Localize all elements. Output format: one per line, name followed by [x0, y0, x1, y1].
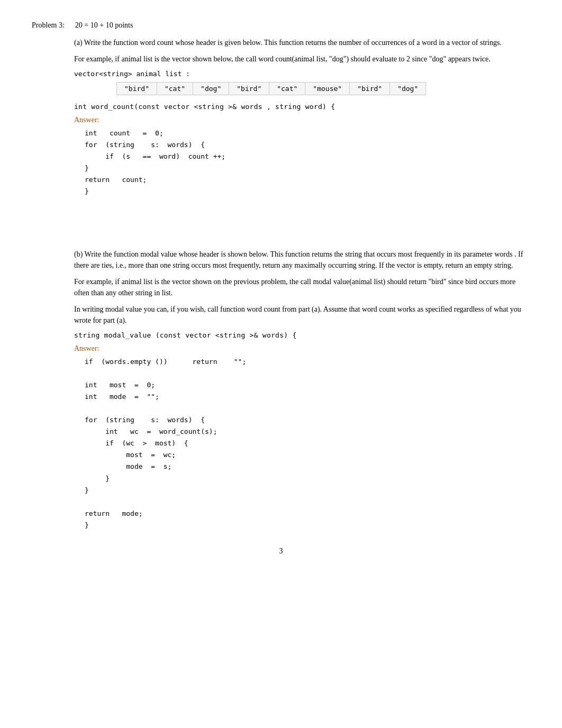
- code-line-b8: }: [85, 473, 530, 485]
- code-line-a1: for (string s: words) {: [85, 139, 530, 151]
- code-line-b5: if (wc > most) {: [85, 438, 530, 449]
- problem-points: 20 = 10 + 10 points: [75, 21, 133, 30]
- code-line-b2: int mode = "";: [85, 391, 530, 403]
- array-cell-1: "cat": [157, 83, 193, 95]
- code-line-a4: return count;: [85, 174, 530, 186]
- code-line-b-blank2: [85, 403, 530, 414]
- part-a-answer-label: Answer:: [74, 116, 530, 124]
- part-b-description3: In writing modal value you can, if you w…: [74, 304, 530, 326]
- array-cell-3: "bird": [229, 83, 269, 95]
- part-b-answer-label: Answer:: [74, 344, 530, 353]
- array-cell-4: "cat": [269, 83, 305, 95]
- array-box: "bird" "cat" "dog" "bird" "cat" "mouse" …: [116, 82, 426, 95]
- page-number: 3: [32, 547, 530, 556]
- code-line-b0: if (words.empty ()) return "";: [85, 356, 530, 368]
- code-line-b7: mode = s;: [85, 461, 530, 472]
- code-line-b10: return mode;: [85, 508, 530, 520]
- array-cell-0: "bird": [117, 83, 157, 95]
- part-b-function-sig: string modal_value (const vector <string…: [74, 331, 530, 339]
- code-line-b-blank1: [85, 368, 530, 379]
- section-gap: [32, 206, 530, 249]
- problem-header: Problem 3: 20 = 10 + 10 points: [32, 21, 530, 30]
- vector-declaration: vector<string> animal list :: [74, 70, 530, 78]
- code-line-b4: int wc = word_count(s);: [85, 426, 530, 438]
- part-b-code: if (words.empty ()) return ""; int most …: [85, 356, 530, 531]
- array-cell-6: "bird": [350, 83, 390, 95]
- part-a-function-sig: int word_count(const vector <string >& w…: [74, 103, 530, 111]
- part-a-description1: (a) Write the function word count whose …: [74, 37, 530, 48]
- code-line-b-blank3: [85, 496, 530, 508]
- part-b-description2: For example, if animal list is the vecto…: [74, 276, 530, 298]
- code-line-b9: }: [85, 485, 530, 496]
- array-cell-2: "dog": [193, 83, 229, 95]
- code-line-b3: for (string s: words) {: [85, 414, 530, 426]
- code-line-a3: }: [85, 162, 530, 174]
- part-a-description2: For example, if animal list is the vecto…: [74, 53, 530, 65]
- array-cell-7: "dog": [390, 83, 425, 95]
- code-line-b6: most = wc;: [85, 449, 530, 461]
- code-line-b1: int most = 0;: [85, 379, 530, 391]
- part-a-code: int count = 0; for (string s: words) { i…: [85, 128, 530, 198]
- code-line-a5: }: [85, 186, 530, 197]
- code-line-b11: }: [85, 520, 530, 531]
- part-b-description1: (b) Write the function modal value whose…: [74, 249, 530, 271]
- code-line-a0: int count = 0;: [85, 128, 530, 139]
- array-cell-5: "mouse": [305, 83, 350, 95]
- code-line-a2: if (s == word) count ++;: [85, 151, 530, 162]
- problem-label: Problem 3:: [32, 21, 65, 30]
